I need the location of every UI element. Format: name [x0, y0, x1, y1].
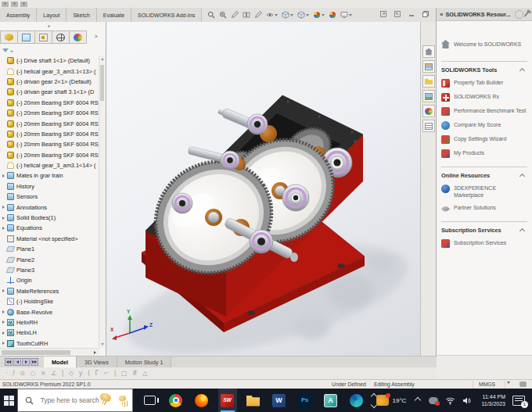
edge-button[interactable]	[347, 389, 366, 412]
expand-arrow-icon[interactable]	[2, 331, 5, 335]
tree-item[interactable]: (-) helical gear_3_am3.1<13> (	[0, 66, 99, 76]
home-tab[interactable]	[422, 45, 435, 58]
word-button[interactable]: W	[270, 389, 289, 412]
tree-item[interactable]: (-) 20mm Bearing SKF 6004 RS	[0, 118, 99, 128]
dock-right-icon[interactable]	[393, 9, 401, 18]
tree-item[interactable]: ToothCutRH	[0, 339, 99, 348]
tab-nav-last[interactable]	[31, 358, 38, 366]
section-view-icon[interactable]	[243, 10, 250, 20]
hide-show-icon[interactable]	[266, 10, 278, 20]
collapse-chevron-icon[interactable]	[519, 228, 525, 234]
taskbar-clock[interactable]: 11:44 PM 11/3/2023	[481, 393, 505, 408]
tree-item[interactable]: History	[0, 181, 99, 192]
scroll-right-icon[interactable]	[94, 351, 96, 354]
tabs-expand-chevron[interactable]: >	[95, 33, 98, 40]
tree-item[interactable]: (-) Drive shaft 1<1> (Default)	[0, 56, 99, 66]
tree-item[interactable]: Mates in grar train	[0, 170, 99, 181]
corner-rect-icon[interactable]: Γ	[95, 371, 99, 377]
tree-item[interactable]: (-) 20mm Bearing SKF 6004 RS	[0, 108, 99, 118]
weather-temp[interactable]: 19°C	[393, 397, 407, 404]
expand-arrow-icon[interactable]	[2, 206, 5, 209]
tree-item[interactable]: (-) HoldingSke	[0, 296, 99, 306]
scroll-down-icon[interactable]	[101, 343, 104, 346]
custom-properties-tab[interactable]	[422, 120, 435, 132]
tree-item[interactable]: Plane3	[0, 265, 99, 275]
photoshop-button[interactable]: Ps	[296, 389, 315, 412]
tab-evaluate[interactable]: Evaluate	[97, 8, 131, 22]
tree-item[interactable]: Annotations	[0, 202, 99, 212]
featuremanager-tab[interactable]	[0, 30, 18, 44]
view-orientation-icon[interactable]	[297, 10, 309, 20]
screenshot-icon[interactable]	[20, 2, 27, 7]
onedrive-icon[interactable]	[429, 397, 438, 404]
appearances-tab[interactable]	[422, 105, 435, 117]
angle-icon[interactable]: ∠	[51, 371, 56, 377]
camera-icon[interactable]	[2, 2, 9, 7]
annotation-icon[interactable]	[231, 10, 239, 20]
welcome-link[interactable]: Welcome to SOLIDWORKS	[441, 40, 527, 48]
tree-item[interactable]: HelixLH	[0, 328, 99, 338]
tree-item[interactable]: MateReferences	[0, 286, 99, 296]
tree-filter[interactable]	[2, 46, 13, 55]
zoom-fit-icon[interactable]	[207, 10, 215, 20]
tree-item[interactable]: Sensors	[0, 192, 99, 202]
splitter-handle[interactable]	[48, 25, 50, 27]
graphics-viewport[interactable]: X Y Z	[106, 22, 420, 356]
view-settings-icon[interactable]	[340, 10, 352, 20]
doc-tab-motion-study-1[interactable]: Motion Study 1	[117, 356, 172, 367]
tree-item[interactable]: Base-Revolve	[0, 306, 99, 317]
appearance-icon[interactable]	[313, 10, 325, 20]
pane-link-subscription-services[interactable]: Subscription Services	[441, 239, 527, 248]
tree-item[interactable]: Plane1	[0, 244, 99, 254]
tab-solidworks-add-ins[interactable]: SOLIDWORKS Add-Ins	[131, 8, 202, 22]
tree-item[interactable]: HelixRH	[0, 317, 99, 328]
circle-icon[interactable]: ⊙	[20, 371, 25, 377]
weather-icon[interactable]	[376, 395, 389, 406]
smart-dimension-icon[interactable]: ·	[5, 371, 8, 377]
line-icon[interactable]: /	[13, 371, 15, 377]
collapse-pane-icon[interactable]: «	[440, 11, 443, 18]
tree-item[interactable]: (-) helical gear_3_am3.1<14> (	[0, 160, 99, 170]
tab-layout[interactable]: Layout	[37, 8, 66, 22]
pane-link-3dexperience-marketplace[interactable]: 3DEXPERIENCE Marketplace	[441, 185, 527, 199]
file-explorer-tab[interactable]	[422, 75, 435, 88]
task-view-button[interactable]	[141, 389, 160, 412]
tree-item[interactable]: (-) 20mm Bearing SKF 6004 RS	[0, 150, 99, 160]
units-caret-icon[interactable]	[507, 382, 510, 384]
volume-icon[interactable]	[462, 396, 472, 405]
restore-icon[interactable]	[421, 9, 430, 18]
tree-item[interactable]: (-) 20mm Bearing SKF 6004 RS	[0, 139, 99, 149]
tree-item[interactable]: Solid Bodies(1)	[0, 213, 99, 223]
triangle-icon[interactable]: △	[142, 371, 147, 377]
spline-icon[interactable]: y	[79, 371, 83, 377]
tree-item[interactable]: (-) 20mm Bearing SKF 6004 RS	[0, 98, 99, 108]
options-gear-icon[interactable]	[515, 10, 523, 19]
tree-item[interactable]: (-) drivan gear 2<1> (Default)	[0, 77, 99, 87]
solidworks-button[interactable]: SW	[218, 389, 237, 412]
divider-icon[interactable]: |	[62, 371, 64, 377]
tab-nav-next[interactable]	[22, 358, 30, 366]
corner-rect-2-icon[interactable]: ⌐	[104, 371, 110, 377]
zoom-area-icon[interactable]	[219, 10, 227, 20]
doc-tab-3d-views[interactable]: 3D Views	[77, 356, 117, 367]
circle-perimeter-icon[interactable]: ○	[30, 371, 35, 377]
trim-icon[interactable]: ×	[41, 371, 46, 377]
status-edit-icon[interactable]	[519, 382, 527, 387]
pane-link-solidworks-rx[interactable]: SOLIDWORKS Rx	[441, 93, 527, 102]
tree-item[interactable]: Plane2	[0, 254, 99, 264]
scene-icon[interactable]	[329, 10, 336, 20]
scroll-thumb[interactable]	[2, 350, 70, 355]
record-icon[interactable]	[11, 2, 18, 7]
expand-arrow-icon[interactable]	[2, 321, 5, 324]
action-center-icon[interactable]: 1	[512, 396, 525, 406]
collapse-chevron-icon[interactable]	[519, 68, 525, 73]
divider-2-icon[interactable]: |	[114, 371, 117, 377]
rect-icon[interactable]: □	[121, 371, 128, 377]
minimize-icon[interactable]	[407, 9, 415, 18]
units-label[interactable]: MMGS	[479, 382, 495, 387]
pane-link-my-products[interactable]: My Products	[441, 149, 527, 158]
hidden-icons-chevron[interactable]	[415, 397, 421, 403]
pane-link-partner-solutions[interactable]: Partner Solutions	[441, 204, 527, 213]
tree-item[interactable]: (-) 20mm Bearing SKF 6004 RS	[0, 129, 99, 139]
configuration-tab[interactable]	[34, 30, 52, 44]
